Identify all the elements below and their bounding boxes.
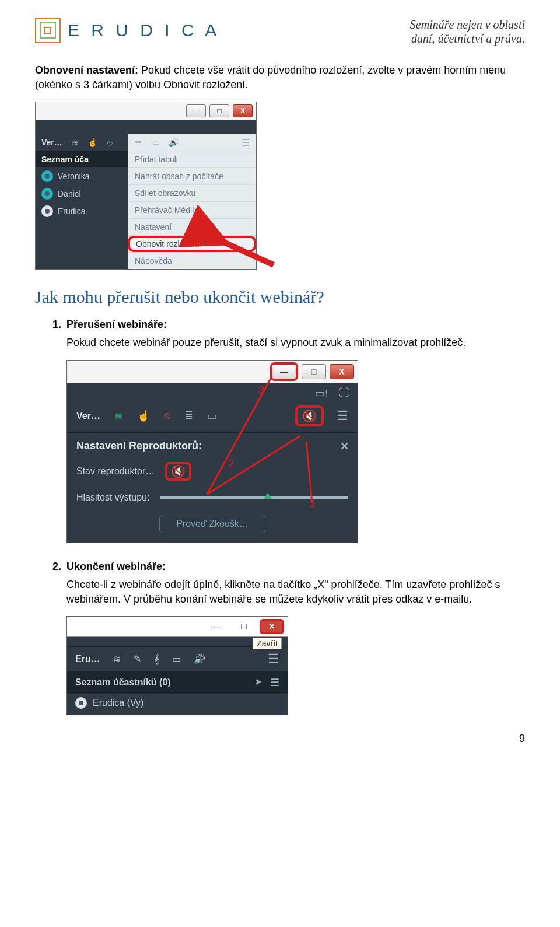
mic-off-icon[interactable]: ⦸ (106, 138, 115, 147)
list-title-text: Ukončení webináře: (66, 561, 166, 572)
svg-line-2 (207, 377, 271, 494)
minimize-callout: — (270, 362, 298, 381)
window-maximize-button[interactable]: □ (302, 364, 326, 379)
section-heading: Jak mohu přerušit nebo ukončit webinář? (35, 287, 525, 307)
window-titlebar: — □ X (67, 361, 358, 383)
svg-line-0 (220, 240, 274, 265)
window-maximize-button[interactable]: □ (232, 619, 256, 634)
arrow-icon[interactable]: ➤ (254, 676, 262, 689)
avatar-icon (41, 205, 53, 217)
svg-line-3 (306, 442, 312, 503)
reset-lead: Obnovení nastavení: (35, 64, 138, 76)
menu-share-screen[interactable]: Sdílet obrazovku (128, 185, 256, 202)
annotation-lines-icon (67, 383, 359, 547)
video-icon[interactable]: ▭ (172, 653, 181, 664)
window-titlebar: — □ × (67, 617, 288, 637)
app-toolbar: Eru… ≋ ✎ 𝄞 ▭ 🔊 ☰ (67, 646, 288, 671)
list-item-1-body: Pokud chcete webinář pouze přerušit, sta… (66, 335, 525, 350)
figure-close-webinar: — □ × Zavřít Eru… ≋ ✎ 𝄞 ▭ 🔊 ☰ Seznam úča… (66, 616, 288, 715)
hamburger-icon[interactable]: ☰ (241, 138, 250, 147)
pen-icon[interactable]: ✎ (134, 653, 141, 664)
speaker-icon[interactable]: 🔊 (194, 653, 205, 664)
annotation-arrow-icon (215, 230, 279, 271)
avatar-icon (75, 697, 87, 709)
page-number: 9 (35, 733, 525, 745)
window-minimize-button[interactable]: — (272, 365, 296, 379)
window-close-button[interactable]: X (330, 364, 354, 379)
window-close-button[interactable]: X (233, 104, 253, 117)
window-minimize-button[interactable]: — (186, 104, 206, 117)
reset-paragraph: Obnovení nastavení: Pokud chcete vše vrá… (35, 63, 525, 92)
list-item-2-body: Chcete-li z webináře odejít úplně, klikn… (66, 578, 525, 607)
participants-header: Seznam úča (36, 151, 128, 167)
chat-icon[interactable]: ≣ (134, 138, 143, 147)
app-toolbar: Ver… ≋ ☝ ⦸ (36, 134, 128, 151)
menu-add-board[interactable]: Přidat tabuli (128, 151, 256, 168)
window-maximize-button[interactable]: □ (209, 104, 229, 117)
hamburger-icon[interactable]: ☰ (270, 676, 279, 689)
participant-row: Veronika (36, 167, 128, 185)
participant-row: Erudica (Vy) (67, 694, 288, 712)
figure-pause-webinar: — □ X ▭⁞ ⛶ Ver… ≋ ☝ ⦸ ≣ ▭ 🔇 ☰ (66, 360, 358, 543)
svg-line-1 (207, 436, 300, 494)
participant-name: Erudica (Vy) (93, 698, 144, 708)
participant-name: Veronika (58, 172, 89, 181)
participant-row: Erudica (36, 202, 128, 220)
figure-reset-layout: — □ X Ver… ≋ ☝ ⦸ Seznam úča Veronika (35, 102, 257, 270)
menu-upload[interactable]: Nahrát obsah z počítače (128, 168, 256, 185)
menu-media-player[interactable]: Přehrávač Médií (128, 202, 256, 219)
avatar-icon (41, 170, 53, 182)
mic-icon[interactable]: 𝄞 (154, 654, 159, 664)
tagline-line1: Semináře nejen v oblasti (410, 18, 525, 32)
avatar-icon (41, 188, 53, 200)
version-label: Ver… (41, 138, 62, 147)
brand-name: E R U D I C A (68, 20, 220, 40)
participant-name: Erudica (58, 207, 85, 216)
brand-block: E R U D I C A (35, 18, 220, 43)
hamburger-icon[interactable]: ☰ (268, 652, 279, 667)
page-header: E R U D I C A Semináře nejen v oblasti d… (35, 18, 525, 46)
participants-header: Seznam účastníků (0) ➤ ☰ (67, 671, 288, 694)
video-icon[interactable]: ▭ (151, 138, 160, 147)
close-tooltip: Zavřít (253, 638, 282, 649)
wifi-icon: ≋ (113, 653, 121, 664)
window-titlebar: — □ X (36, 102, 256, 120)
panel-title-text: Seznam účastníků (0) (75, 677, 171, 688)
list-title-text: Přerušení webináře: (66, 319, 167, 330)
participant-name: Daniel (58, 189, 81, 198)
participant-row: Daniel (36, 185, 128, 202)
app-top-strip (36, 120, 256, 134)
list-number: 1. (52, 319, 66, 331)
window-close-button[interactable]: × (260, 619, 284, 634)
list-item-2-title: 2.Ukončení webináře: (52, 561, 525, 573)
tagline-line2: daní, účetnictví a práva. (410, 32, 525, 46)
list-number: 2. (52, 561, 66, 573)
hand-icon[interactable]: ☝ (88, 138, 97, 147)
hamburger-dropdown: ≣ ▭ 🔊 ☰ Přidat tabuli Nahrát obsah z poč… (128, 134, 256, 269)
list-item-1-title: 1.Přerušení webináře: (52, 319, 525, 331)
window-minimize-button[interactable]: — (204, 619, 228, 634)
speaker-icon[interactable]: 🔊 (169, 138, 178, 147)
title-label: Eru… (75, 654, 100, 664)
tagline: Semináře nejen v oblasti daní, účetnictv… (410, 18, 525, 46)
wifi-icon: ≋ (71, 138, 80, 147)
logo-icon (35, 18, 61, 43)
